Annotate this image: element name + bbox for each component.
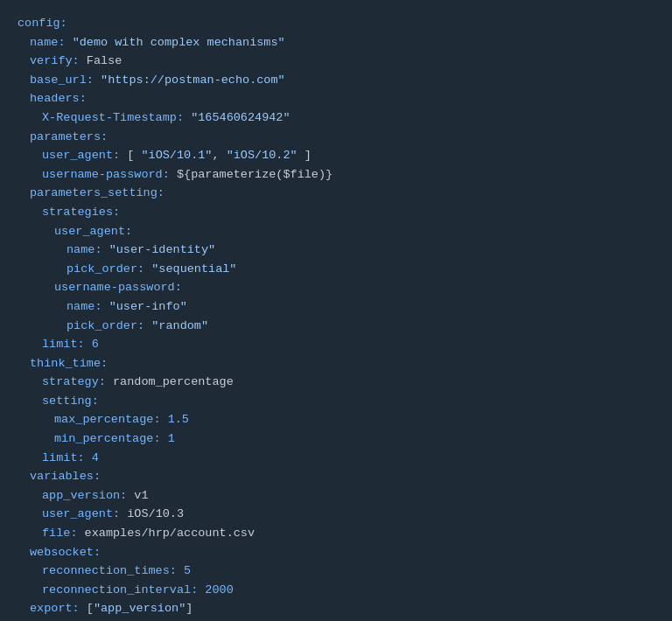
yaml-key: verify: bbox=[30, 54, 80, 67]
yaml-key: user_agent: bbox=[54, 225, 132, 238]
code-line: parameters: bbox=[18, 128, 654, 147]
yaml-string-value: "demo with complex mechanisms" bbox=[73, 36, 285, 49]
yaml-plain-text bbox=[161, 413, 168, 426]
yaml-plain-text: , bbox=[212, 149, 226, 162]
code-line: min_percentage: 1 bbox=[18, 429, 654, 449]
code-line: user_agent: bbox=[18, 222, 654, 241]
yaml-plain-text bbox=[85, 451, 92, 464]
yaml-string-value: "user-info" bbox=[109, 300, 187, 313]
yaml-plain-text: v1 bbox=[127, 489, 148, 502]
yaml-key: reconnection_interval: bbox=[42, 583, 198, 597]
yaml-plain-text bbox=[85, 338, 92, 351]
yaml-plain-text: [ bbox=[80, 602, 94, 615]
code-container: config:name: "demo with complex mechanis… bbox=[18, 14, 654, 621]
yaml-string-value: "sequential" bbox=[151, 262, 236, 276]
code-line: max_percentage: 1.5 bbox=[18, 410, 654, 429]
yaml-number-value: 6 bbox=[92, 338, 99, 351]
yaml-number-value: 5 bbox=[184, 564, 191, 577]
code-line: setting: bbox=[18, 392, 654, 411]
yaml-key: name: bbox=[66, 300, 102, 313]
code-line: headers: bbox=[18, 89, 654, 108]
code-line: name: "demo with complex mechanisms" bbox=[18, 33, 654, 52]
code-line: websocket: bbox=[18, 543, 654, 562]
yaml-key: limit: bbox=[42, 451, 85, 464]
yaml-key: pick_order: bbox=[66, 319, 144, 332]
code-line: username-password: bbox=[18, 278, 654, 297]
yaml-plain-text: ${parameterize($file)} bbox=[170, 168, 332, 181]
yaml-key: strategies: bbox=[42, 206, 120, 219]
yaml-number-value: 2000 bbox=[205, 583, 233, 597]
code-line: app_version: v1 bbox=[18, 486, 654, 506]
yaml-plain-text: False bbox=[80, 54, 122, 67]
code-line: username-password: ${parameterize($file)… bbox=[18, 165, 654, 185]
yaml-string-value: "user-identity" bbox=[109, 243, 216, 256]
code-line: config: bbox=[18, 14, 654, 33]
yaml-key: parameters_setting: bbox=[30, 186, 164, 199]
code-line: strategy: random_percentage bbox=[18, 373, 654, 392]
yaml-plain-text: random_percentage bbox=[106, 375, 234, 388]
code-line: X-Request-Timestamp: "165460624942" bbox=[18, 108, 654, 128]
yaml-string-value: "random" bbox=[151, 319, 208, 332]
yaml-string-value: "iOS/10.2" bbox=[227, 149, 298, 162]
yaml-plain-text bbox=[102, 300, 109, 313]
code-line: file: examples/hrp/account.csv bbox=[18, 524, 654, 543]
code-line: think_time: bbox=[18, 354, 654, 373]
code-line: parameters_setting: bbox=[18, 184, 654, 203]
yaml-string-value: "165460624942" bbox=[191, 111, 290, 124]
code-line: name: "user-info" bbox=[18, 297, 654, 317]
yaml-key: strategy: bbox=[42, 375, 106, 388]
yaml-key: parameters: bbox=[30, 130, 108, 143]
yaml-key: reconnection_times: bbox=[42, 564, 177, 577]
code-line: reconnection_times: 5 bbox=[18, 562, 654, 581]
code-line: export: ["app_version"] bbox=[18, 599, 654, 618]
code-line: limit: 4 bbox=[18, 449, 654, 468]
yaml-plain-text bbox=[66, 36, 73, 49]
yaml-plain-text bbox=[184, 111, 191, 124]
yaml-plain-text: examples/hrp/account.csv bbox=[78, 527, 256, 540]
code-line: verify: False bbox=[18, 52, 654, 71]
yaml-key: name: bbox=[66, 243, 102, 256]
yaml-string-value: "https://postman-echo.com" bbox=[101, 73, 285, 87]
yaml-key: username-password: bbox=[42, 168, 170, 181]
yaml-key: X-Request-Timestamp: bbox=[42, 111, 184, 124]
yaml-plain-text: [ bbox=[120, 149, 141, 162]
yaml-number-value: 4 bbox=[92, 451, 99, 464]
yaml-key: export: bbox=[30, 602, 80, 615]
yaml-key: setting: bbox=[42, 394, 99, 408]
yaml-key: base_url: bbox=[30, 73, 94, 87]
yaml-key: username-password: bbox=[54, 281, 182, 294]
yaml-key: user_agent: bbox=[42, 507, 120, 520]
yaml-plain-text bbox=[161, 432, 168, 445]
yaml-plain-text: iOS/10.3 bbox=[120, 507, 184, 520]
yaml-key: user_agent: bbox=[42, 149, 120, 162]
yaml-key: name: bbox=[30, 36, 66, 49]
yaml-key: app_version: bbox=[42, 489, 127, 502]
code-line: pick_order: "sequential" bbox=[18, 260, 654, 279]
yaml-number-value: 1.5 bbox=[168, 413, 189, 426]
yaml-key: max_percentage: bbox=[54, 413, 161, 426]
yaml-key: min_percentage: bbox=[54, 432, 161, 445]
yaml-key: think_time: bbox=[30, 357, 108, 370]
code-line: strategies: bbox=[18, 203, 654, 222]
yaml-number-value: 1 bbox=[168, 432, 175, 445]
code-line: pick_order: "random" bbox=[18, 317, 654, 336]
yaml-plain-text bbox=[94, 73, 101, 87]
yaml-plain-text bbox=[102, 243, 109, 256]
yaml-key: headers: bbox=[30, 92, 87, 105]
code-line: user_agent: [ "iOS/10.1", "iOS/10.2" ] bbox=[18, 146, 654, 165]
yaml-string-value: "iOS/10.1" bbox=[141, 149, 212, 162]
yaml-string-value: "app_version" bbox=[94, 602, 186, 615]
code-line: base_url: "https://postman-echo.com" bbox=[18, 71, 654, 90]
code-line: reconnection_interval: 2000 bbox=[18, 581, 654, 600]
code-line: name: "user-identity" bbox=[18, 241, 654, 260]
yaml-plain-text: ] bbox=[298, 149, 312, 162]
yaml-key: limit: bbox=[42, 338, 85, 351]
yaml-key: variables: bbox=[30, 470, 101, 483]
yaml-key: websocket: bbox=[30, 546, 101, 559]
yaml-key: file: bbox=[42, 527, 78, 540]
code-line: limit: 6 bbox=[18, 335, 654, 354]
yaml-key: config: bbox=[18, 17, 67, 30]
yaml-key: pick_order: bbox=[66, 262, 144, 276]
code-line: user_agent: iOS/10.3 bbox=[18, 505, 654, 524]
code-line: variables: bbox=[18, 467, 654, 486]
